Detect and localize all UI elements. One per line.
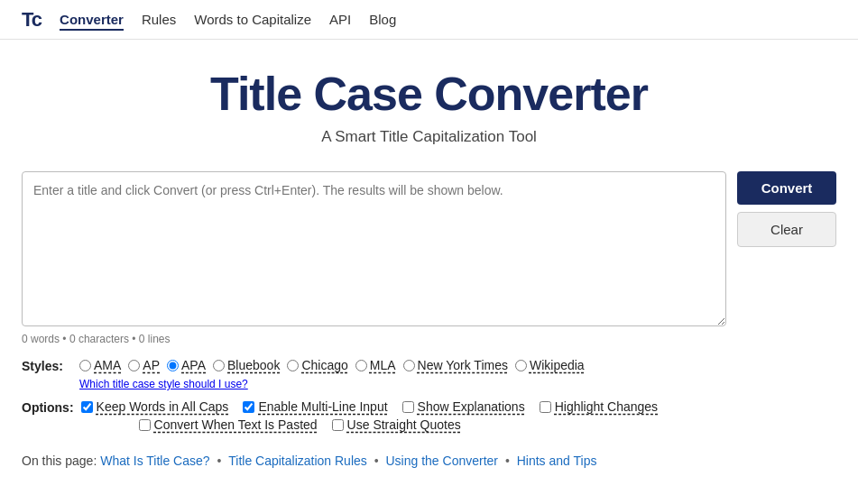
checkbox-convert-paste[interactable]: [139, 419, 151, 431]
footer-link-title-case[interactable]: What Is Title Case?: [100, 454, 209, 468]
checkbox-straight-quotes[interactable]: [332, 419, 344, 431]
styles-label: Styles:: [22, 358, 72, 373]
style-label-ama[interactable]: AMA: [94, 358, 121, 372]
style-label-bluebook[interactable]: Bluebook: [227, 358, 280, 372]
main-content: Title Case Converter A Smart Title Capit…: [0, 40, 858, 486]
nav-bar: Tc Converter Rules Words to Capitalize A…: [0, 0, 858, 40]
title-input[interactable]: [22, 171, 726, 326]
footer-bullet-3: •: [505, 454, 513, 468]
style-ama: AMA: [79, 358, 121, 372]
convert-button[interactable]: Convert: [737, 171, 836, 205]
footer-link-rules[interactable]: Title Capitalization Rules: [228, 454, 367, 468]
footer-bullet-1: •: [217, 454, 225, 468]
label-show-explanations[interactable]: Show Explanations: [418, 399, 525, 414]
style-bluebook: Bluebook: [213, 358, 280, 372]
nav-item-rules[interactable]: Rules: [142, 12, 176, 27]
options-row2: Convert When Text Is Pasted Use Straight…: [139, 417, 659, 432]
options-all: Keep Words in All Caps Enable Multi-Line…: [81, 399, 659, 432]
nav-item-converter[interactable]: Converter: [60, 12, 124, 27]
footer-bullet-2: •: [374, 454, 383, 468]
nav-link-api[interactable]: API: [329, 12, 351, 27]
style-label-chicago[interactable]: Chicago: [301, 358, 347, 372]
style-label-mla[interactable]: MLA: [370, 358, 396, 372]
option-highlight-changes: Highlight Changes: [540, 399, 658, 414]
style-radio-mla[interactable]: [355, 360, 367, 371]
style-mla: MLA: [355, 358, 396, 372]
style-chicago: Chicago: [287, 358, 347, 372]
style-wikipedia: Wikipedia: [515, 358, 585, 372]
nav-link-converter[interactable]: Converter: [60, 12, 124, 31]
styles-options: AMA AP APA Bluebook Chicago MLA: [79, 358, 836, 390]
nav-item-blog[interactable]: Blog: [369, 12, 396, 27]
label-straight-quotes[interactable]: Use Straight Quotes: [347, 417, 461, 432]
nav-link-blog[interactable]: Blog: [369, 12, 396, 27]
clear-button[interactable]: Clear: [737, 212, 836, 247]
style-label-nyt[interactable]: New York Times: [418, 358, 508, 372]
checkbox-multi-line[interactable]: [243, 401, 254, 413]
checkbox-show-explanations[interactable]: [402, 401, 414, 413]
option-keep-words: Keep Words in All Caps: [81, 399, 229, 414]
option-show-explanations: Show Explanations: [402, 399, 525, 414]
label-multi-line[interactable]: Enable Multi-Line Input: [258, 399, 387, 414]
style-label-ap[interactable]: AP: [143, 358, 160, 372]
option-convert-paste: Convert When Text Is Pasted: [139, 417, 318, 432]
options-row1: Keep Words in All Caps Enable Multi-Line…: [81, 399, 659, 414]
which-style-link-wrapper: Which title case style should I use?: [79, 378, 836, 390]
style-radio-nyt[interactable]: [403, 360, 415, 371]
footer-link-hints[interactable]: Hints and Tips: [517, 454, 597, 468]
label-keep-words[interactable]: Keep Words in All Caps: [97, 399, 229, 414]
style-radio-apa[interactable]: [167, 360, 179, 371]
style-label-apa[interactable]: APA: [181, 358, 206, 372]
option-multi-line: Enable Multi-Line Input: [243, 399, 387, 414]
style-radio-wikipedia[interactable]: [515, 360, 527, 371]
which-style-link[interactable]: Which title case style should I use?: [79, 378, 248, 390]
nav-item-api[interactable]: API: [329, 12, 351, 27]
style-radio-ama[interactable]: [79, 360, 91, 371]
converter-row: 0 words • 0 characters • 0 lines Convert…: [22, 171, 836, 345]
site-logo[interactable]: Tc: [22, 8, 42, 32]
label-convert-paste[interactable]: Convert When Text Is Pasted: [154, 417, 318, 432]
option-straight-quotes: Use Straight Quotes: [332, 417, 461, 432]
nav-links: Converter Rules Words to Capitalize API …: [60, 12, 396, 27]
footer-prefix: On this page:: [22, 454, 97, 468]
style-ap: AP: [128, 358, 160, 372]
page-subtitle: A Smart Title Capitalization Tool: [22, 128, 836, 146]
options-row: Options: Keep Words in All Caps Enable M…: [22, 399, 836, 432]
style-nyt: New York Times: [403, 358, 508, 372]
page-title: Title Case Converter: [22, 67, 836, 121]
options-label: Options:: [22, 399, 74, 415]
button-group: Convert Clear: [737, 171, 836, 247]
checkbox-highlight-changes[interactable]: [540, 401, 551, 413]
style-radio-chicago[interactable]: [287, 360, 299, 371]
styles-row: Styles: AMA AP APA Bluebook Chicago: [22, 358, 836, 390]
footer-link-using[interactable]: Using the Converter: [386, 454, 499, 468]
word-count: 0 words • 0 characters • 0 lines: [22, 333, 726, 345]
nav-link-rules[interactable]: Rules: [142, 12, 176, 27]
input-wrapper: 0 words • 0 characters • 0 lines: [22, 171, 726, 345]
style-label-wikipedia[interactable]: Wikipedia: [530, 358, 585, 372]
style-radio-ap[interactable]: [128, 360, 140, 371]
style-radio-bluebook[interactable]: [213, 360, 225, 371]
nav-item-words[interactable]: Words to Capitalize: [194, 12, 311, 27]
nav-link-words[interactable]: Words to Capitalize: [194, 12, 311, 27]
footer-links: On this page: What Is Title Case? • Titl…: [22, 454, 836, 468]
label-highlight-changes[interactable]: Highlight Changes: [555, 399, 658, 414]
checkbox-keep-words[interactable]: [81, 401, 93, 413]
style-apa: APA: [167, 358, 206, 372]
